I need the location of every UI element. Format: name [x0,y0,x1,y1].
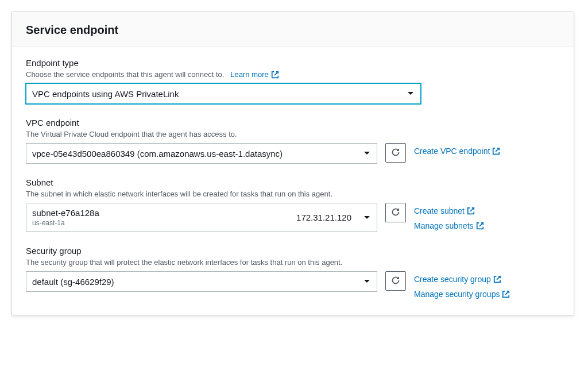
panel-title: Service endpoint [26,24,560,37]
vpc-endpoint-field: VPC endpoint The Virtual Private Cloud e… [26,118,560,164]
refresh-vpc-endpoint-button[interactable] [385,143,406,163]
create-vpc-endpoint-link[interactable]: Create VPC endpoint [414,146,500,156]
external-link-icon [493,275,501,283]
refresh-icon [391,148,400,159]
security-group-description: The security group that will protect the… [26,258,560,267]
vpc-endpoint-label: VPC endpoint [26,118,560,128]
endpoint-type-description: Choose the service endpoints that this a… [26,70,560,79]
vpc-endpoint-select[interactable]: vpce-05e43d500ea860349 (com.amazonaws.us… [26,143,377,164]
service-endpoint-panel: Service endpoint Endpoint type Choose th… [11,11,574,315]
panel-header: Service endpoint [12,12,574,47]
subnet-description: The subnet in which elastic network inte… [26,190,560,198]
subnet-select[interactable]: subnet-e76a128a us-east-1a 172.31.21.120 [26,203,377,232]
subnet-field: Subnet The subnet in which elastic netwo… [26,178,560,232]
refresh-security-group-button[interactable] [385,271,406,291]
external-link-icon [271,71,279,79]
endpoint-type-label: Endpoint type [26,58,560,68]
panel-body: Endpoint type Choose the service endpoin… [12,47,574,315]
external-link-icon [467,207,475,215]
create-subnet-link[interactable]: Create subnet [414,206,484,215]
refresh-icon [391,207,400,218]
learn-more-link[interactable]: Learn more [230,70,278,79]
endpoint-type-field: Endpoint type Choose the service endpoin… [26,58,560,104]
manage-security-groups-link[interactable]: Manage security groups [414,290,510,299]
security-group-select[interactable]: default (sg-46629f29) [26,271,377,292]
vpc-endpoint-description: The Virtual Private Cloud endpoint that … [26,130,560,138]
refresh-subnet-button[interactable] [385,203,406,222]
external-link-icon [502,290,510,298]
subnet-label: Subnet [26,178,560,187]
external-link-icon [476,222,484,230]
endpoint-type-select[interactable]: VPC endpoints using AWS PrivateLink [26,83,421,104]
manage-subnets-link[interactable]: Manage subnets [414,221,484,230]
external-link-icon [492,147,500,155]
security-group-field: Security group The security group that w… [26,246,560,299]
create-security-group-link[interactable]: Create security group [414,275,510,284]
refresh-icon [391,276,400,287]
security-group-label: Security group [26,246,560,256]
